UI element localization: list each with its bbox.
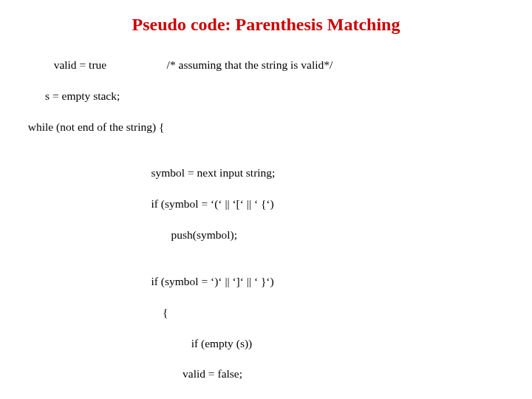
- slide: Pseudo code: Parenthesis Matching valid …: [0, 0, 532, 399]
- code-line: if (symbol = ‘)‘ || ‘]‘ || ‘ }‘): [22, 274, 510, 290]
- pseudocode-block: valid = true /* assuming that the string…: [22, 42, 510, 399]
- code-line: push(symbol);: [22, 228, 510, 243]
- code-line: symbol = next input string;: [22, 166, 510, 181]
- code-line: if (symbol = ‘(‘ || ‘[‘ || ‘ {‘): [22, 197, 510, 212]
- code-line: s = empty stack;: [22, 89, 510, 104]
- code-line: {: [22, 305, 510, 321]
- code-line: valid = true /* assuming that the string…: [22, 58, 510, 73]
- slide-title: Pseudo code: Parenthesis Matching: [22, 15, 510, 35]
- code-line: valid = false;: [22, 366, 510, 382]
- code-line: if (empty (s)): [22, 336, 510, 352]
- code-line: while (not end of the string) {: [22, 120, 510, 135]
